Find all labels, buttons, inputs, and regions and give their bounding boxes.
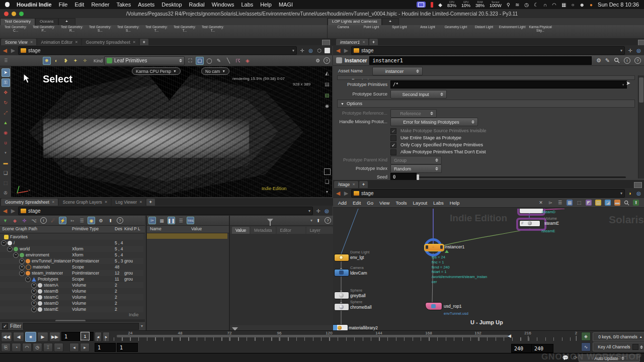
- background-image-icon[interactable]: ◪: [605, 200, 611, 206]
- node-steamE[interactable]: //: [519, 220, 540, 227]
- viewport[interactable]: [0, 66, 332, 197]
- add-pane-tab-button[interactable]: +: [140, 39, 148, 46]
- pin-icon[interactable]: ✛: [299, 47, 305, 54]
- expand-icon[interactable]: +: [19, 258, 25, 264]
- node-chromeBall[interactable]: [334, 303, 349, 311]
- view-lights-icon[interactable]: ✺: [324, 104, 331, 111]
- node-name-label[interactable]: chromeBall: [350, 305, 372, 310]
- help-icon[interactable]: ?: [634, 57, 641, 64]
- color-palette-icon[interactable]: ▦: [567, 200, 573, 206]
- menu-file[interactable]: File: [59, 2, 68, 8]
- snap-point-icon[interactable]: ʊ: [2, 138, 10, 147]
- prototype-reference-dropdown[interactable]: Reference: [390, 109, 437, 118]
- select-visible-icon[interactable]: ☈: [234, 57, 242, 65]
- shapes-icon[interactable]: ◩: [586, 200, 592, 206]
- tab-animation-editor[interactable]: Animation Editor✕: [37, 39, 81, 46]
- chevron-down-icon[interactable]: ▾: [620, 191, 622, 196]
- prototype-source-dropdown[interactable]: Second Input: [390, 90, 447, 99]
- shelf-tool-camera[interactable]: Camera: [330, 25, 357, 38]
- menu-radial[interactable]: Radial: [189, 2, 205, 8]
- prototype-primitives-field[interactable]: /* ▾: [390, 80, 627, 88]
- node-name-label[interactable]: steamE: [544, 221, 559, 226]
- set-key-icon[interactable]: ⎘: [1, 343, 11, 352]
- inspect-icon[interactable]: ☄: [49, 217, 57, 224]
- col-p[interactable]: P: [134, 226, 137, 232]
- shelf-tool-spot-light[interactable]: Spot Light: [386, 25, 413, 38]
- tab-scene-view[interactable]: Scene View✕: [1, 39, 36, 46]
- keys-summary-button[interactable]: 0 keys, 0/0 channels▲: [593, 332, 644, 341]
- plug-icon[interactable]: ⚲: [507, 2, 510, 8]
- net-menu-edit[interactable]: Edit: [353, 200, 361, 206]
- menu-labs[interactable]: Labs: [241, 2, 253, 8]
- expand-icon[interactable]: +: [31, 295, 37, 300]
- menu-assets[interactable]: Assets: [138, 2, 154, 8]
- box-icon[interactable]: ▬: [614, 200, 620, 206]
- clock-icon[interactable]: ◷: [524, 2, 529, 8]
- view-eye-icon[interactable]: ◭: [324, 70, 331, 77]
- follow-playhead-icon[interactable]: →: [54, 343, 63, 352]
- step-back-button[interactable]: ◀: [13, 332, 24, 342]
- menu-desktop[interactable]: Desktop: [162, 2, 182, 8]
- handle-missing-dropdown[interactable]: Error for Missing Prototypes: [390, 118, 478, 126]
- menubar-clock[interactable]: Sun Dec 8 10:36: [598, 2, 639, 8]
- add-pane-tab-button[interactable]: +: [369, 39, 378, 46]
- table-row[interactable]: +materials Scope 48: [0, 264, 143, 270]
- gear-icon[interactable]: ⚙: [596, 57, 601, 64]
- spreadsheet-path-field[interactable]: stage ▾: [18, 207, 313, 215]
- menu-windows[interactable]: Windows: [212, 2, 234, 8]
- checkbox-only-copy[interactable]: ✓: [390, 142, 396, 148]
- pose-tool-icon[interactable]: ▲: [2, 119, 10, 127]
- table-row[interactable]: −environment Xform 5 , 4: [0, 252, 143, 258]
- screen-record-icon[interactable]: [417, 2, 426, 8]
- forward-arrow-icon[interactable]: ▶: [10, 208, 16, 214]
- active-tool-icon[interactable]: ⚡: [59, 217, 66, 224]
- play-button[interactable]: ▶: [37, 332, 48, 342]
- tab-geometry-spreadsheet[interactable]: Geometry Spreadsheet✕: [1, 199, 58, 206]
- export-icon[interactable]: ⬆: [314, 217, 322, 224]
- menu-takes[interactable]: Takes: [116, 2, 131, 8]
- pin-icon[interactable]: ✛: [627, 47, 633, 54]
- stop-button[interactable]: ■: [25, 332, 36, 342]
- table-view-icon[interactable]: ▦: [158, 217, 166, 224]
- sliders-icon[interactable]: ⌥: [30, 217, 38, 224]
- help-icon[interactable]: ?: [116, 217, 124, 224]
- houdini-droplet-icon[interactable]: ◆: [438, 2, 442, 8]
- scale-tool-icon[interactable]: ⤢: [2, 109, 10, 117]
- list-icon[interactable]: ☰: [78, 217, 86, 224]
- maximize-view-icon[interactable]: [324, 168, 331, 175]
- menu-app-name[interactable]: Houdini Indie: [17, 2, 52, 8]
- collection-icon[interactable]: ◆: [11, 217, 19, 224]
- help-icon[interactable]: ?: [324, 217, 332, 224]
- view-shade-icon[interactable]: ▧: [324, 93, 331, 100]
- collapse-icon[interactable]: −: [19, 270, 25, 276]
- rotate-tool-icon[interactable]: ↻: [2, 99, 10, 107]
- playback-end-field[interactable]: 240: [511, 344, 533, 353]
- range-start-bracket[interactable]: ◂: [69, 343, 79, 352]
- render-region-icon[interactable]: ❑: [2, 168, 10, 177]
- table-row[interactable]: −steam_instancer PointInstancer 12 grou: [0, 270, 143, 276]
- playback-start-field[interactable]: 1: [117, 343, 138, 352]
- node-instancer1[interactable]: ⁘: [424, 244, 444, 251]
- node-name-label[interactable]: instancer1: [445, 244, 464, 249]
- display-options-icon[interactable]: [325, 48, 330, 53]
- close-icon[interactable]: ✕: [105, 200, 108, 204]
- jump-up-icon[interactable]: ⬆: [633, 200, 639, 206]
- shelf-tool[interactable]: Test Geometry: R...: [58, 25, 86, 38]
- renderer-dropdown[interactable]: Karma CPU Persp▼: [132, 67, 181, 75]
- battery-icon[interactable]: [431, 2, 433, 8]
- shelf-tool[interactable]: Test Geometry: S...: [115, 25, 142, 38]
- gear-icon[interactable]: ⚙: [97, 217, 105, 224]
- go-to-start-button[interactable]: ◀◀: [1, 332, 12, 342]
- channel-editor-icon[interactable]: ∿: [581, 342, 591, 351]
- params-path-field[interactable]: stage ▾: [351, 46, 625, 55]
- filter-checkbox[interactable]: ✓: [2, 323, 8, 329]
- prim-filter-icon[interactable]: ▼: [2, 217, 9, 224]
- shelf-tool[interactable]: Test Geometry: C...: [2, 25, 29, 38]
- expand-icon[interactable]: +: [31, 301, 37, 306]
- marquee-select-icon[interactable]: ▢: [196, 57, 204, 65]
- shelf-add-tab-button[interactable]: +: [58, 18, 75, 25]
- table-row[interactable]: +steamA Volume 2: [0, 282, 143, 288]
- close-icon[interactable]: ✕: [30, 40, 33, 44]
- collapse-icon[interactable]: −: [25, 277, 31, 282]
- translate-tool-icon[interactable]: ✥: [2, 88, 10, 97]
